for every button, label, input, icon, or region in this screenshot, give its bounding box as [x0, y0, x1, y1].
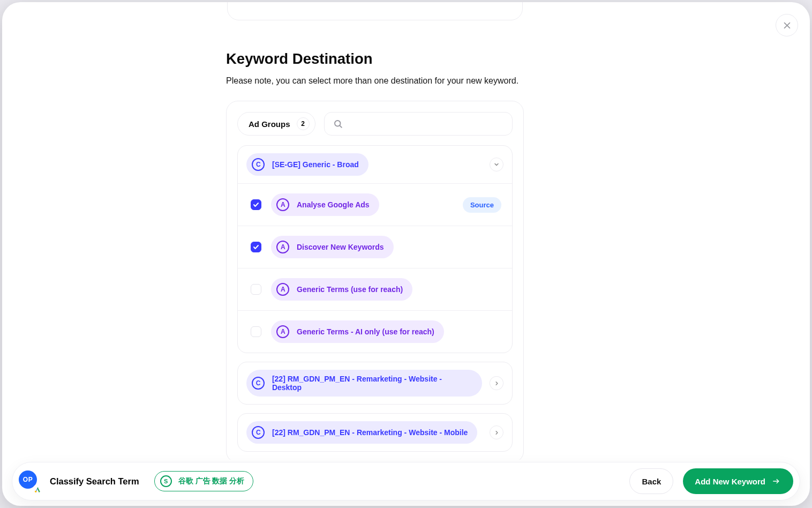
adgroup-badge-icon: A	[276, 198, 289, 211]
campaign-name: [SE-GE] Generic - Broad	[272, 160, 359, 169]
adgroup-chip: A Discover New Keywords	[271, 236, 394, 258]
campaign-badge-icon: C	[252, 426, 265, 439]
adgroup-row[interactable]: A Generic Terms (use for reach)	[238, 268, 512, 310]
adgroup-label: Generic Terms (use for reach)	[297, 285, 403, 294]
svg-line-3	[340, 125, 341, 127]
campaign-chip: C [22] RM_GDN_PM_EN - Remarketing - Webs…	[246, 421, 477, 444]
adgroup-checkbox[interactable]	[251, 199, 261, 210]
add-new-keyword-label: Add New Keyword	[695, 477, 765, 486]
search-term-chip[interactable]: S 谷歌 广告 数据 分析	[154, 471, 254, 491]
adgroup-badge-icon: A	[276, 283, 289, 296]
adgroup-label: Discover New Keywords	[297, 243, 384, 251]
search-icon	[333, 119, 343, 129]
adgroup-checkbox[interactable]	[251, 284, 261, 295]
search-term-text: 谷歌 广告 数据 分析	[178, 476, 245, 486]
footer-title: Classify Search Term	[50, 476, 139, 487]
adgroups-count-pill[interactable]: Ad Groups 2	[237, 112, 315, 136]
chevron-right-icon	[494, 430, 500, 436]
adgroup-label: Generic Terms - AI only (use for reach)	[297, 327, 434, 336]
campaign-collapsed[interactable]: C [22] RM_GDN_PM_EN - Remarketing - Webs…	[237, 362, 513, 405]
adgroup-chip: A Generic Terms (use for reach)	[271, 278, 412, 301]
adgroup-checkbox[interactable]	[251, 326, 261, 337]
google-ads-icon	[33, 484, 42, 494]
back-button[interactable]: Back	[629, 468, 673, 494]
chevron-down-icon	[493, 161, 500, 168]
destination-panel: Ad Groups 2 C	[226, 101, 524, 460]
adgroup-row[interactable]: A Analyse Google Ads Source	[238, 183, 512, 226]
svg-point-4	[34, 490, 36, 492]
footer-bar: OP Classify Search Term S 谷歌 广告 数据 分析 Ba…	[12, 462, 800, 500]
adgroup-chip: A Generic Terms - AI only (use for reach…	[271, 320, 444, 343]
chevron-right-icon	[494, 380, 500, 386]
adgroup-badge-icon: A	[276, 241, 289, 253]
search-field[interactable]	[324, 112, 513, 136]
page-subtitle: Please note, you can select more than on…	[226, 76, 524, 86]
source-badge: Source	[463, 197, 501, 213]
collapse-button[interactable]	[490, 158, 503, 171]
adgroup-chip: A Analyse Google Ads	[271, 193, 379, 216]
adgroup-row[interactable]: A Discover New Keywords	[238, 226, 512, 268]
search-input[interactable]	[349, 119, 504, 129]
expand-button[interactable]	[490, 376, 503, 390]
adgroup-checkbox[interactable]	[251, 242, 261, 252]
campaign-badge-icon: C	[252, 377, 265, 390]
search-term-badge-icon: S	[160, 475, 172, 487]
adgroups-count-label: Ad Groups	[249, 119, 290, 129]
campaign-expanded: C [SE-GE] Generic - Broad	[237, 145, 513, 353]
page-title: Keyword Destination	[226, 50, 524, 68]
back-button-label: Back	[642, 477, 661, 486]
workspace-avatar[interactable]: OP	[19, 470, 40, 492]
adgroups-count-value: 2	[297, 117, 310, 130]
check-icon	[253, 201, 259, 208]
campaign-name: [22] RM_GDN_PM_EN - Remarketing - Websit…	[272, 375, 472, 392]
adgroup-row[interactable]: A Generic Terms - AI only (use for reach…	[238, 310, 512, 353]
arrow-right-icon	[771, 477, 781, 485]
campaign-name: [22] RM_GDN_PM_EN - Remarketing - Websit…	[272, 428, 468, 437]
adgroup-label: Analyse Google Ads	[297, 200, 370, 209]
campaign-chip[interactable]: C [SE-GE] Generic - Broad	[246, 153, 369, 176]
add-new-keyword-button[interactable]: Add New Keyword	[683, 468, 793, 494]
expand-button[interactable]	[490, 425, 503, 439]
campaign-collapsed[interactable]: C [22] RM_GDN_PM_EN - Remarketing - Webs…	[237, 413, 513, 452]
previous-section-peek	[227, 2, 523, 20]
campaign-chip: C [22] RM_GDN_PM_EN - Remarketing - Webs…	[246, 370, 482, 397]
check-icon	[253, 244, 259, 250]
adgroup-badge-icon: A	[276, 325, 289, 338]
campaign-badge-icon: C	[252, 158, 265, 171]
